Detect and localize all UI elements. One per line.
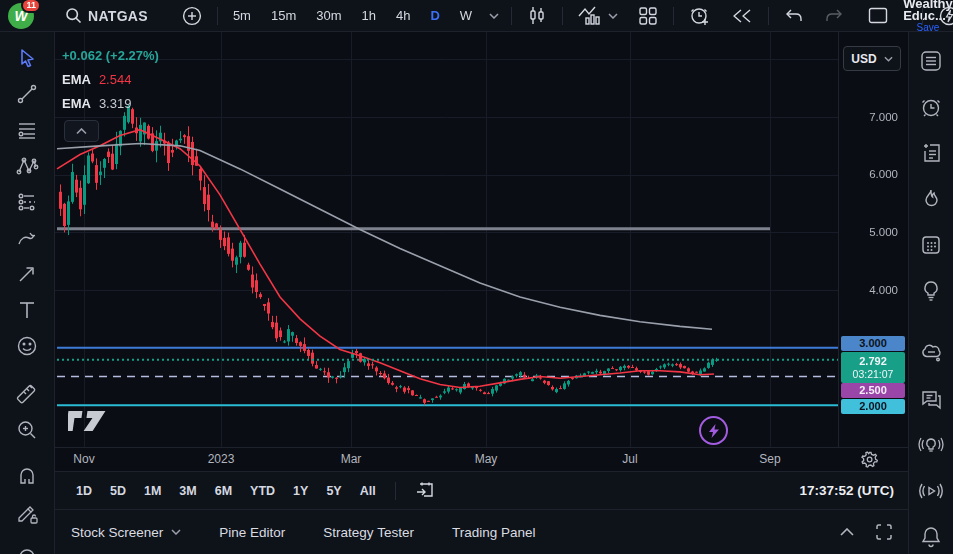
tool-emoji[interactable]	[10, 329, 44, 363]
price-chart-canvas[interactable]	[55, 32, 908, 447]
sidebar-calendar[interactable]	[914, 228, 948, 262]
create-alert-button[interactable]	[684, 2, 716, 29]
ema-slow-value: 3.319	[99, 96, 132, 111]
sidebar-live-ideas[interactable]	[914, 428, 948, 462]
range-3M[interactable]: 3M	[172, 480, 203, 502]
tab-stock-screener[interactable]: Stock Screener	[71, 525, 181, 540]
chart-style-button[interactable]	[522, 3, 552, 29]
range-1D[interactable]: 1D	[69, 480, 99, 502]
tab-strategy-tester[interactable]: Strategy Tester	[323, 525, 414, 540]
bell-icon	[919, 525, 943, 549]
range-5D[interactable]: 5D	[103, 480, 133, 502]
compare-add-button[interactable]	[177, 3, 207, 29]
tool-drawing-lock[interactable]	[10, 497, 44, 531]
tool-zoom-in[interactable]	[10, 413, 44, 447]
legend-collapse-button[interactable]	[64, 120, 99, 142]
price-level-chip[interactable]: 2.500	[841, 383, 905, 398]
symbol-search-button[interactable]: NATGAS	[60, 4, 153, 27]
timeframe-30m[interactable]: 30m	[311, 5, 346, 26]
range-5Y[interactable]: 5Y	[319, 480, 348, 502]
sidebar-alerts[interactable]	[914, 90, 948, 124]
indicators-button[interactable]	[573, 3, 623, 29]
timeframe-D[interactable]: D	[425, 5, 444, 26]
timeframe-15m[interactable]: 15m	[266, 5, 301, 26]
ruler-icon	[16, 383, 38, 405]
sidebar-ideas[interactable]	[914, 274, 948, 308]
save-layout-button[interactable]	[863, 4, 893, 27]
app-logo[interactable]: W 11	[8, 3, 34, 29]
tool-arrow[interactable]	[10, 257, 44, 291]
range-1Y[interactable]: 1Y	[286, 480, 315, 502]
timeframe-4h[interactable]: 4h	[391, 5, 415, 26]
undo-button[interactable]	[779, 5, 809, 27]
cursor-icon	[16, 47, 38, 69]
price-axis[interactable]: 7.0006.0005.0004.0003.0002.79203:21:072.…	[838, 32, 908, 447]
price-level-chip[interactable]: 3.000	[841, 336, 905, 351]
timeframe-1h[interactable]: 1h	[357, 5, 381, 26]
currency-selector[interactable]: USD	[843, 46, 901, 71]
ema-fast-legend[interactable]: EMA2.544	[62, 72, 159, 87]
quick-action-flash-button[interactable]	[699, 416, 728, 445]
forecast-icon	[16, 191, 38, 213]
tool-trend-line[interactable]	[10, 77, 44, 111]
tool-text[interactable]	[10, 293, 44, 327]
sidebar-minds[interactable]	[914, 336, 948, 370]
redo-button[interactable]	[819, 5, 849, 27]
sidebar-chats[interactable]	[914, 382, 948, 416]
timeframe-5m[interactable]: 5m	[228, 5, 256, 26]
left-drawing-toolbar	[0, 32, 55, 554]
bottom-panel: Stock Screener Pine Editor Strategy Test…	[55, 509, 908, 554]
tool-cursor[interactable]	[10, 41, 44, 75]
tool-horizontal-lines[interactable]	[10, 113, 44, 147]
sidebar-watchlist[interactable]	[914, 44, 948, 78]
price-change-label[interactable]: +0.062 (+2.27%)	[62, 48, 159, 63]
tool-forecast[interactable]	[10, 185, 44, 219]
axis-settings-gear-icon[interactable]	[861, 451, 878, 468]
tool-ruler[interactable]	[10, 377, 44, 411]
range-1M[interactable]: 1M	[137, 480, 168, 502]
time-axis[interactable]: Nov2023MarMayJulSep	[55, 447, 908, 471]
tradingview-watermark-logo[interactable]	[68, 407, 110, 439]
tab-pine-editor[interactable]: Pine Editor	[219, 525, 285, 540]
tool-eraser[interactable]	[10, 535, 44, 554]
sidebar-hotlists[interactable]	[914, 182, 948, 216]
horizontal-lines-icon	[16, 119, 38, 141]
tool-xabcd-pattern[interactable]	[10, 149, 44, 183]
time-tick: Jul	[622, 452, 637, 466]
range-All[interactable]: All	[353, 480, 383, 502]
maximize-panel-button[interactable]	[876, 524, 892, 540]
tool-magnet[interactable]	[10, 461, 44, 495]
right-sidebar	[908, 32, 953, 554]
ema-fast-name: EMA	[62, 72, 91, 87]
flash-clock-icon	[938, 5, 953, 27]
sidebar-streams[interactable]	[914, 474, 948, 508]
top-toolbar: W 11 NATGAS 5m 15m 30m 1h 4h D W	[0, 0, 953, 32]
go-to-date-button[interactable]	[408, 477, 442, 504]
timeframe-menu-button[interactable]	[487, 10, 501, 22]
chevron-down-icon	[171, 529, 181, 535]
tab-trading-panel[interactable]: Trading Panel	[452, 525, 536, 540]
zoom-in-icon	[16, 419, 38, 441]
price-level-chip[interactable]: 2.000	[841, 399, 905, 414]
timeframe-W[interactable]: W	[455, 5, 477, 26]
bar-replay-button[interactable]	[726, 5, 758, 27]
expand-panel-button[interactable]	[840, 528, 854, 536]
toolbar-separator	[217, 7, 218, 25]
range-YTD[interactable]: YTD	[243, 480, 282, 502]
grid-layout-icon	[638, 6, 658, 26]
sidebar-news[interactable]	[914, 136, 948, 170]
session-clock[interactable]: 17:37:52 (UTC)	[799, 483, 894, 498]
redo-icon	[824, 8, 844, 24]
tab-label: Strategy Tester	[323, 525, 414, 540]
layout-grid-button[interactable]	[633, 3, 663, 29]
quick-search-button[interactable]	[933, 2, 953, 30]
last-price-chip[interactable]: 2.79203:21:07	[841, 352, 905, 383]
tab-label: Stock Screener	[71, 525, 163, 540]
tool-brush[interactable]	[10, 221, 44, 255]
tradingview-app: W 11 NATGAS 5m 15m 30m 1h 4h D W	[0, 0, 953, 554]
sidebar-notifications[interactable]	[914, 520, 948, 554]
toolbar-separator	[673, 7, 674, 25]
range-6M[interactable]: 6M	[208, 480, 239, 502]
arrow-icon	[16, 263, 38, 285]
ema-slow-legend[interactable]: EMA3.319	[62, 96, 159, 111]
